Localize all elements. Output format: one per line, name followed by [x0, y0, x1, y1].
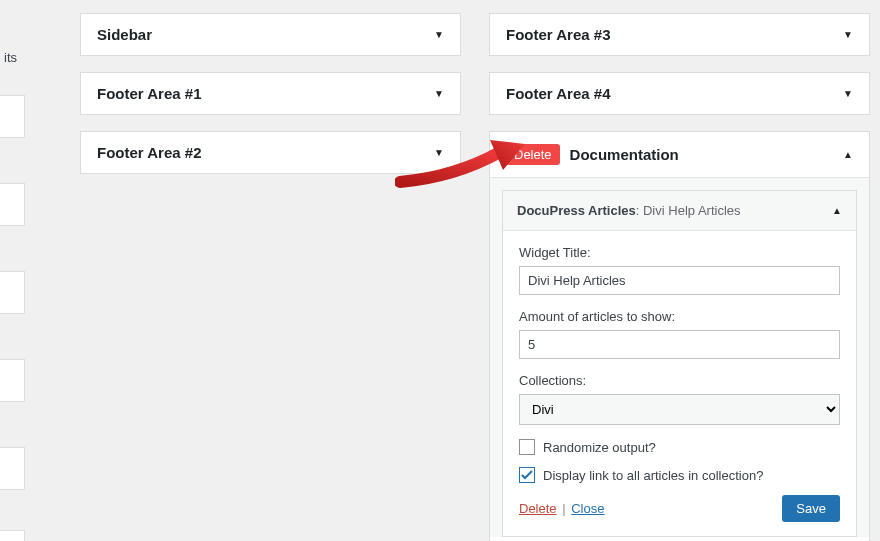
widget-name-label: DocuPress Articles	[517, 203, 636, 218]
amount-input[interactable]	[519, 330, 840, 359]
area-title: Footer Area #3	[506, 26, 843, 43]
area-title: Footer Area #2	[97, 144, 434, 161]
widget-close-link[interactable]: Close	[571, 501, 604, 516]
fragment-text: its	[4, 50, 17, 65]
randomize-label: Randomize output?	[543, 440, 656, 455]
chevron-down-icon: ▼	[434, 147, 444, 158]
widgets-column-left: Sidebar ▼ Footer Area #1 ▼ Footer Area #…	[80, 13, 461, 541]
widget-area-footer-4[interactable]: Footer Area #4 ▼	[489, 72, 870, 115]
display-link-checkbox[interactable]	[519, 467, 535, 483]
widget-area-footer-2[interactable]: Footer Area #2 ▼	[80, 131, 461, 174]
chevron-down-icon: ▼	[843, 88, 853, 99]
area-title: Footer Area #1	[97, 85, 434, 102]
widget-item-header[interactable]: DocuPress Articles: Divi Help Articles ▲	[503, 191, 856, 230]
collections-label: Collections:	[519, 373, 840, 388]
area-title: Sidebar	[97, 26, 434, 43]
left-fragment: its	[0, 0, 26, 541]
chevron-up-icon: ▲	[843, 149, 853, 160]
save-button[interactable]: Save	[782, 495, 840, 522]
widget-title-input[interactable]	[519, 266, 840, 295]
collections-select[interactable]: Divi	[519, 394, 840, 425]
widget-area-footer-1[interactable]: Footer Area #1 ▼	[80, 72, 461, 115]
widget-docupress: DocuPress Articles: Divi Help Articles ▲…	[502, 190, 857, 537]
chevron-down-icon: ▼	[843, 29, 853, 40]
area-title: Footer Area #4	[506, 85, 843, 102]
widget-area-footer-3[interactable]: Footer Area #3 ▼	[489, 13, 870, 56]
widget-area-documentation: Delete Documentation ▲ DocuPress Article…	[489, 131, 870, 541]
area-title: Documentation	[570, 146, 844, 163]
delete-area-button[interactable]: Delete	[506, 144, 560, 165]
widget-subtitle: Divi Help Articles	[643, 203, 741, 218]
amount-label: Amount of articles to show:	[519, 309, 840, 324]
widget-area-sidebar[interactable]: Sidebar ▼	[80, 13, 461, 56]
chevron-down-icon: ▼	[434, 29, 444, 40]
randomize-checkbox[interactable]	[519, 439, 535, 455]
widget-delete-link[interactable]: Delete	[519, 501, 557, 516]
chevron-down-icon: ▼	[434, 88, 444, 99]
widgets-column-right: Footer Area #3 ▼ Footer Area #4 ▼ Delete…	[489, 13, 870, 541]
chevron-up-icon: ▲	[832, 205, 842, 216]
documentation-header[interactable]: Delete Documentation ▲	[490, 132, 869, 177]
display-link-label: Display link to all articles in collecti…	[543, 468, 763, 483]
widget-title-label: Widget Title:	[519, 245, 840, 260]
